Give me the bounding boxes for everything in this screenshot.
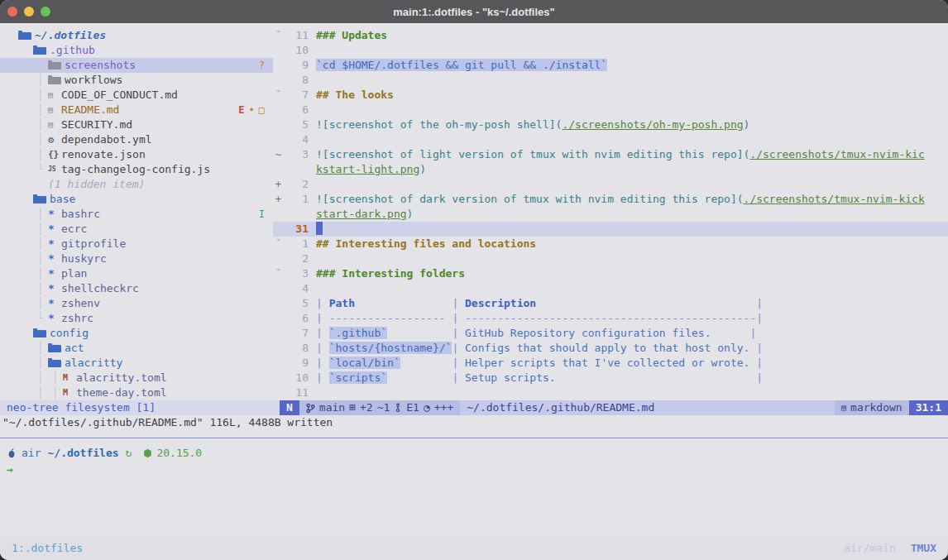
filetype-segment: ▤ markdown <box>835 400 909 415</box>
tree-item-renovate-json[interactable]: │{}renovate.json <box>0 147 273 162</box>
shell-pane[interactable]: air ~/.dotfiles ↻ 20.15.0 → <box>0 438 948 537</box>
flask-icon <box>394 403 402 413</box>
tree-item-label: .github <box>50 43 95 58</box>
star-icon: * <box>48 251 61 266</box>
tree-indent-guide: │ <box>33 58 48 73</box>
tree-indent-guide <box>18 222 33 237</box>
git-segment: main ⊞ +2 ~1 E1 ◔ +++ <box>299 400 460 415</box>
tree-item-theme-day-toml[interactable]: ││Mtheme-day.toml <box>0 385 273 400</box>
nvim-pane: ~/.dotfiles .github │screenshots? │workf… <box>0 23 948 400</box>
tree-indent-guide: └ <box>33 162 48 177</box>
tree-item-tag-changelog-config-js[interactable]: └JStag-changelog-config.js <box>0 162 273 177</box>
tree-item-label: plan <box>61 266 87 281</box>
tree-indent-guide <box>18 251 33 266</box>
tree-item-alacritty-toml[interactable]: ││Malacritty.toml <box>0 371 273 385</box>
tree-item-label: theme-day.toml <box>76 385 167 400</box>
apple-icon <box>7 448 17 459</box>
star-icon: * <box>48 207 61 222</box>
editor-line[interactable]: ˇ7## The looks <box>273 88 948 103</box>
editor-line[interactable]: 4 <box>273 132 948 147</box>
tree-item-github[interactable]: .github <box>0 43 273 58</box>
tree-item-config[interactable]: config <box>0 326 273 341</box>
editor-line[interactable]: 10| `scripts` | Setup scripts. | <box>273 371 948 385</box>
tree-item-bashrc[interactable]: │*bashrcI <box>0 207 273 222</box>
editor-line[interactable]: 11 <box>273 385 948 400</box>
tree-item-label: alacritty.toml <box>76 371 167 385</box>
fold-sign-column: ~ <box>273 147 284 162</box>
fold-sign-column: ˇ <box>273 28 284 43</box>
editor-line[interactable]: +1![screenshot of dark version of tmux w… <box>273 192 948 207</box>
editor-buffer[interactable]: ˇ11### Updates 10 9`cd $HOME/.dotfiles &… <box>273 23 948 400</box>
star-icon: * <box>48 311 61 326</box>
editor-line[interactable]: kstart-light.png) <box>273 162 948 177</box>
line-number: 3 <box>284 147 309 162</box>
editor-line[interactable]: 8| `hosts/{hostname}/`| Configs that sho… <box>273 341 948 356</box>
editor-line[interactable]: +2 <box>273 177 948 192</box>
toml-icon: M <box>63 385 76 400</box>
editor-line[interactable]: 6| ------------------ | ----------------… <box>273 311 948 326</box>
tree-item-act[interactable]: │act <box>0 341 273 356</box>
editor-line[interactable]: 9`cd $HOME/.dotfiles && git pull && ./in… <box>273 58 948 73</box>
line-number <box>284 207 309 222</box>
line-text: ![screenshot of light version of tmux wi… <box>316 147 948 162</box>
buffer-icon: ⊞ <box>349 400 356 415</box>
tree-item-plan[interactable]: │*plan <box>0 266 273 281</box>
editor-line[interactable]: start-dark.png) <box>273 207 948 222</box>
editor-line[interactable]: 7| `.github` | GitHub Repository configu… <box>273 326 948 341</box>
tree-item-dependabot-yml[interactable]: │⚙dependabot.yml <box>0 132 273 147</box>
tmux-session-name: air/main <box>844 541 896 556</box>
tree-item-zshrc[interactable]: └*zshrc <box>0 311 273 326</box>
editor-line[interactable]: 6 <box>273 103 948 117</box>
tree-item-dotfiles[interactable]: ~/.dotfiles <box>0 28 273 43</box>
tree-item-code-of-conduct-md[interactable]: │▤CODE_OF_CONDUCT.md <box>0 88 273 103</box>
tree-indent-guide <box>18 132 33 147</box>
tree-item-huskyrc[interactable]: │*huskyrc <box>0 251 273 266</box>
tree-indent-guide: │ <box>48 385 63 400</box>
star-icon: * <box>48 222 61 237</box>
editor-line[interactable]: 10 <box>273 43 948 58</box>
tree-item-base[interactable]: base <box>0 192 273 207</box>
tree-indent-guide <box>18 296 33 311</box>
tree-item-zshenv[interactable]: │*zshenv <box>0 296 273 311</box>
editor-line[interactable]: 9| `local/bin` | Helper scripts that I'v… <box>273 356 948 371</box>
tree-item-screenshots[interactable]: │screenshots? <box>0 58 273 73</box>
tree-item-1-hidden-item[interactable]: (1 hidden item) <box>0 177 273 192</box>
tree-item-workflows[interactable]: │workflows <box>0 73 273 88</box>
tree-item-security-md[interactable]: │▤SECURITY.md <box>0 117 273 132</box>
tree-item-badges: E•□ <box>238 103 265 117</box>
neo-tree-sidebar: ~/.dotfiles .github │screenshots? │workf… <box>0 23 273 400</box>
editor-line[interactable]: 5| Path | Description | <box>273 296 948 311</box>
line-text: ## The looks <box>316 88 948 103</box>
tree-indent-guide <box>18 207 33 222</box>
editor-line[interactable]: 31 <box>273 222 948 237</box>
fold-sign-column: ˇ <box>273 237 284 251</box>
filemd-icon: ▤ <box>48 117 61 132</box>
tree-item-gitprofile[interactable]: │*gitprofile <box>0 237 273 251</box>
tree-item-readme-md[interactable]: │▤README.mdE•□ <box>0 103 273 117</box>
line-number: 9 <box>284 356 309 371</box>
status-badge: • <box>249 103 255 117</box>
line-text <box>316 103 948 117</box>
line-number <box>284 162 309 177</box>
fold-sign-column: + <box>273 192 284 207</box>
prompt-arrow[interactable]: → <box>7 462 13 478</box>
editor-line[interactable]: 2 <box>273 251 948 266</box>
line-text <box>316 43 948 58</box>
mode-indicator: N <box>280 400 299 415</box>
line-number: 2 <box>284 251 309 266</box>
editor-line[interactable]: 8 <box>273 73 948 88</box>
editor-line[interactable]: ˇ11### Updates <box>273 28 948 43</box>
fold-sign-column <box>273 281 284 296</box>
tmux-window-item[interactable]: 1:.dotfiles <box>12 541 83 556</box>
tree-item-ecrc[interactable]: │*ecrc <box>0 222 273 237</box>
editor-line[interactable]: 4 <box>273 281 948 296</box>
tree-item-shellcheckrc[interactable]: │*shellcheckrc <box>0 281 273 296</box>
fold-sign-column <box>273 251 284 266</box>
editor-line[interactable]: ˇ3### Interesting folders <box>273 266 948 281</box>
editor-line[interactable]: ˇ1## Interesting files and locations <box>273 237 948 251</box>
fold-sign-column <box>273 296 284 311</box>
tree-item-alacritty[interactable]: │alacritty <box>0 356 273 371</box>
editor-line[interactable]: ~3![screenshot of light version of tmux … <box>273 147 948 162</box>
tree-indent-guide: │ <box>33 341 48 356</box>
editor-line[interactable]: 5![screenshot of the oh-my-posh shell](.… <box>273 117 948 132</box>
